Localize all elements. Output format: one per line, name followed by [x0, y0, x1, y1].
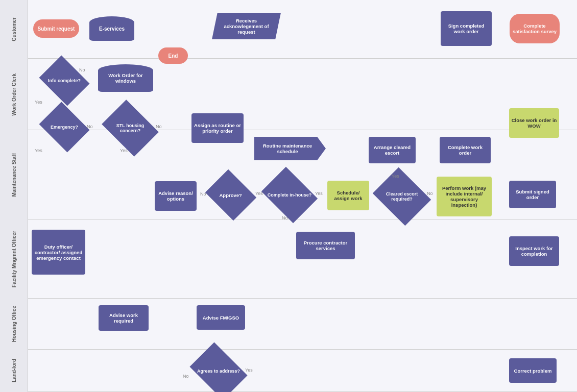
lane-housing-office — [0, 299, 577, 350]
procure-contractor-node: Procure contractor services — [296, 232, 355, 259]
receives-ack-node: Receives acknowlegement of request — [212, 13, 281, 39]
complete-work-order-node: Complete work order — [440, 137, 491, 163]
routine-schedule-node: Routine maintenance schedule — [254, 137, 326, 160]
label-no-emergency: No — [87, 124, 93, 129]
label-yes-escort: Yes — [392, 174, 399, 179]
lane-label-landlord: Land-lord — [0, 350, 28, 392]
lane-landlord — [0, 350, 577, 392]
correct-problem-node: Correct problem — [509, 358, 557, 383]
label-yes-inhouse: Yes — [315, 191, 323, 196]
advise-work-node: Advise work required — [99, 305, 149, 331]
label-yes-stl: Yes — [120, 148, 128, 153]
assign-routine-node: Assign as routine or priority order — [191, 113, 244, 143]
label-no-info: No — [79, 67, 85, 72]
sign-work-order-node: Sign completed work order — [441, 11, 492, 46]
label-yes-emergency: Yes — [35, 148, 42, 153]
label-no-stl: No — [156, 124, 162, 129]
lane-label-work-order-clerk: Work Order Clerk — [0, 59, 28, 130]
lane-label-housing-office: Housing Office — [0, 299, 28, 350]
submit-request-node: Submit request — [33, 19, 79, 38]
label-no-escort: No — [427, 191, 433, 196]
end-node: End — [158, 47, 188, 64]
lane-facility-mngmt — [0, 219, 577, 299]
close-work-order-node: Close work order in WOW — [509, 108, 559, 138]
lane-work-order-clerk — [0, 59, 577, 130]
e-services-node: E-services — [89, 16, 134, 41]
advise-reason-node: Advise reason/ options — [155, 181, 197, 211]
inspect-work-node: Inspect work for completion — [509, 236, 559, 266]
lane-label-facility-mngmt: Facility Mngmnt Officer — [0, 219, 28, 299]
submit-signed-node: Submit signed order — [509, 181, 556, 208]
work-order-windows-node: Work Order for windows — [98, 64, 153, 92]
schedule-assign-node: Schedule/ assign work — [327, 181, 369, 210]
label-yes-info: Yes — [35, 100, 42, 105]
lane-label-customer: Customer — [0, 0, 28, 59]
label-yes-approve: Yes — [255, 191, 263, 196]
label-no-inhouse: No — [282, 215, 288, 220]
perform-work-node: Perform work (may include internal/ supe… — [437, 177, 492, 216]
label-no-agrees: No — [183, 374, 189, 379]
lane-label-maintenance-staff: Maintenance Staff — [0, 130, 28, 219]
advise-fm-node: Advise FM/GSO — [197, 305, 245, 330]
duty-officer-node: Duty officer/ contractor/ assigned emerg… — [32, 230, 85, 275]
diagram-container: Customer Work Order Clerk Maintenance St… — [0, 0, 577, 392]
complete-survey-node: Complete satisfaction survey — [510, 14, 560, 43]
label-no-approve: No — [200, 191, 206, 197]
label-yes-agrees: Yes — [245, 368, 253, 373]
arrange-escort-node: Arrange cleared escort — [369, 137, 416, 163]
